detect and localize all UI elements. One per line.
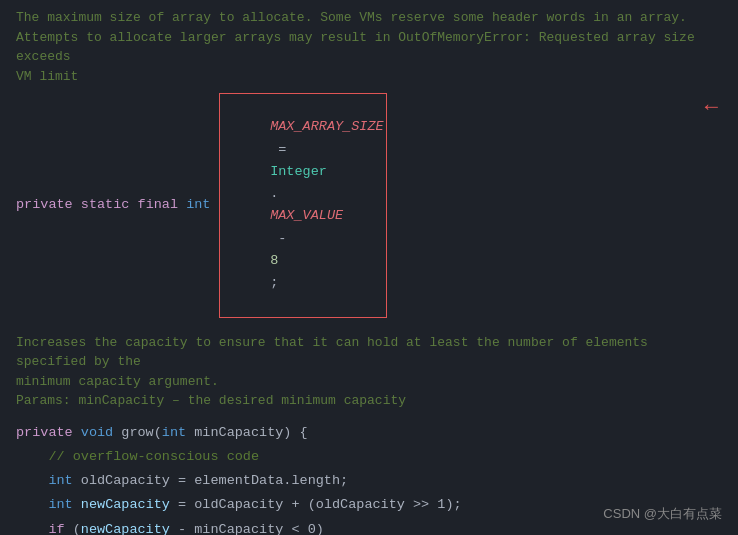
space bbox=[210, 194, 218, 216]
comment-block-2: Increases the capacity to ensure that it… bbox=[0, 325, 738, 417]
overflow-comment: // overflow-conscious code bbox=[16, 446, 259, 468]
indent3 bbox=[16, 519, 48, 535]
indent1 bbox=[16, 470, 48, 492]
keyword-static: static bbox=[81, 194, 138, 216]
arrow-right-1: ← bbox=[705, 90, 718, 126]
comment-inc-3: Params: minCapacity – the desired minimu… bbox=[16, 391, 722, 411]
keyword-int: int bbox=[186, 194, 210, 216]
main-container: The maximum size of array to allocate. S… bbox=[0, 0, 738, 535]
keyword-int-param: int bbox=[162, 422, 186, 444]
comment-line-2: Attempts to allocate larger arrays may r… bbox=[16, 28, 722, 67]
keyword-final: final bbox=[138, 194, 187, 216]
int-new: int bbox=[48, 494, 72, 516]
comment-block-1: The maximum size of array to allocate. S… bbox=[0, 0, 738, 92]
old-cap-assign: oldCapacity = elementData.length; bbox=[73, 470, 348, 492]
overflow-comment-line: // overflow-conscious code bbox=[0, 445, 738, 469]
max-array-size-boxed: MAX_ARRAY_SIZE = Integer . MAX_VALUE - 8… bbox=[219, 93, 387, 318]
keyword-private-grow: private bbox=[16, 422, 81, 444]
new-cap-rest: = oldCapacity + (oldCapacity >> 1); bbox=[170, 494, 462, 516]
var-max-array-size: MAX_ARRAY_SIZE bbox=[270, 119, 383, 134]
comment-inc-2: minimum capacity argument. bbox=[16, 372, 722, 392]
grow-name: grow( bbox=[113, 422, 162, 444]
new-cap-var: newCapacity bbox=[81, 494, 170, 516]
old-capacity-line: int oldCapacity = elementData.length; bbox=[0, 469, 738, 493]
number-8: 8 bbox=[270, 253, 278, 268]
comment-line-1: The maximum size of array to allocate. S… bbox=[16, 8, 722, 28]
semicolon1: ; bbox=[270, 275, 278, 290]
comment-line-3: VM limit bbox=[16, 67, 722, 87]
keyword-if1: if bbox=[48, 519, 64, 535]
assign-op: = bbox=[270, 142, 294, 157]
if1-rest: - minCapacity < 0) bbox=[170, 519, 324, 535]
integer-class: Integer bbox=[270, 164, 327, 179]
max-array-size-line: private static final int MAX_ARRAY_SIZE … bbox=[0, 92, 738, 319]
minus-8: - bbox=[270, 231, 294, 246]
if1-paren: ( bbox=[65, 519, 81, 535]
space2 bbox=[73, 494, 81, 516]
max-value-const: MAX_VALUE bbox=[270, 208, 343, 223]
watermark: CSDN @大白有点菜 bbox=[603, 505, 722, 523]
keyword-void: void bbox=[81, 422, 113, 444]
comment-inc-1: Increases the capacity to ensure that it… bbox=[16, 333, 722, 372]
param-name: minCapacity) { bbox=[186, 422, 308, 444]
keyword-private: private bbox=[16, 194, 81, 216]
dot: . bbox=[270, 186, 278, 201]
grow-signature-line: private void grow( int minCapacity) { bbox=[0, 421, 738, 445]
new-cap-if1: newCapacity bbox=[81, 519, 170, 535]
int-old: int bbox=[48, 470, 72, 492]
indent2 bbox=[16, 494, 48, 516]
